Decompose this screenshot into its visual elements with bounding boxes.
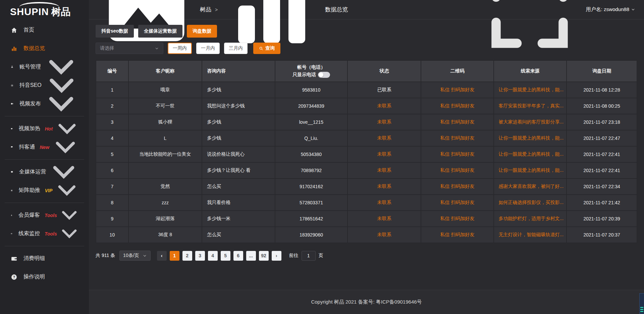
cell-account: Q_Liu. (275, 130, 347, 146)
sidebar-item-label: 首页 (23, 27, 34, 34)
gear-icon (11, 84, 13, 87)
lead-source-link[interactable]: 无主灯设计，智能磁吸轨道灯... (499, 232, 564, 237)
page-button-1[interactable]: 1 (170, 251, 179, 261)
lead-source-link[interactable]: 让你一眼就爱上的黑科技，能... (499, 167, 564, 173)
cell-account: 9583810 (275, 82, 347, 98)
qrcode-link[interactable]: 私信 扫码加好友 (440, 232, 475, 237)
lead-source-link[interactable]: 感谢大家喜欢我家，被问了好... (499, 184, 564, 189)
tab-douyin-seo-data[interactable]: 抖音seo数据 (96, 25, 134, 38)
table-row: 2不可一世我想问这个多少钱2097344839未联系私信 扫码加好友客厅安装投影… (96, 98, 637, 114)
sidebar-item-label: 操作说明 (23, 273, 45, 280)
qrcode-link[interactable]: 私信 扫码加好友 (440, 87, 475, 92)
breadcrumb-separator: > (215, 7, 218, 12)
phone-only-toggle[interactable] (318, 72, 330, 78)
filter-select[interactable]: 请选择 (96, 43, 163, 54)
goto-page-input[interactable] (302, 251, 316, 261)
breadcrumb-home[interactable]: 树品 (200, 6, 211, 13)
sidebar-item-instructions[interactable]: ? 操作说明 (0, 268, 89, 286)
lead-source-link[interactable]: 让你一眼就爱上的黑科技，能... (499, 87, 564, 92)
cell-nickname: 狐小狸 (128, 114, 202, 130)
status-badge: 未联系 (377, 135, 391, 141)
page-button-3[interactable]: 3 (195, 251, 205, 261)
status-badge: 未联系 (377, 103, 391, 108)
sidebar-item-label: 会员爆客 (18, 212, 40, 219)
lead-source-link[interactable]: 客厅安装投影半年多了，真实... (499, 103, 564, 108)
goto-suffix-label: 页 (319, 253, 323, 259)
sidebar-item-label: 矩阵助推 (19, 187, 40, 194)
sidebar-item-lead-monitor[interactable]: 线索监控 Tools (0, 224, 89, 243)
qrcode-link[interactable]: 私信 扫码加好友 (440, 103, 475, 108)
qrcode-link[interactable]: 私信 扫码加好友 (440, 119, 475, 124)
page-button-92[interactable]: 92 (259, 251, 269, 261)
sliders-icon (11, 233, 12, 234)
table-header-row: 编号 客户昵称 咨询内容 帐号（电话） 只显示电话 状态 二维码 (96, 60, 637, 82)
cell-nickname: 不可一世 (128, 98, 202, 114)
video-icon (11, 102, 13, 105)
lead-source-link[interactable]: 让你一眼就爱上的黑科技，能... (499, 135, 564, 141)
page-button-4[interactable]: 4 (208, 251, 218, 261)
cell-content: 怎么买 (202, 227, 275, 243)
lead-source-link[interactable]: 让你一眼就爱上的黑科技，能... (499, 151, 564, 157)
lead-source-link[interactable]: 如何正确选择投影仪，买投影... (499, 200, 564, 205)
sidebar-item-video-publish[interactable]: 视频发布 (0, 95, 89, 113)
lead-source-link[interactable]: 被大家追着问的客厅投影分享... (499, 119, 564, 124)
page-button-5[interactable]: 5 (221, 251, 230, 261)
next-page-button[interactable]: › (272, 251, 281, 261)
qrcode-link[interactable]: 私信 扫码加好友 (440, 216, 475, 221)
prev-page-button[interactable]: ‹ (157, 251, 167, 261)
chevron-down-icon (52, 176, 82, 205)
sidebar-item-douketong[interactable]: 抖客通 New (0, 138, 89, 156)
search-icon (259, 46, 263, 51)
page-size-select[interactable]: 10条/页 (119, 251, 150, 261)
status-badge: 未联系 (377, 184, 391, 189)
cell-content: 说说价格让我死心 (202, 146, 275, 162)
grid-icon (11, 190, 13, 192)
table-row: 3狐小狸多少钱love__1215未联系私信 扫码加好友被大家追着问的客厅投影分… (96, 114, 637, 130)
status-badge: 已联系 (377, 87, 391, 92)
range-week-button[interactable]: 一周内 (168, 43, 192, 54)
cell-date: 2021-11-07 20:39 (567, 211, 637, 227)
table-row: 1036度 8怎么买183929060未联系私信 扫码加好友无主灯设计，智能磁吸… (96, 227, 637, 243)
col-header-account: 帐号（电话） 只显示电话 (275, 60, 347, 82)
page-button-2[interactable]: 2 (182, 251, 192, 261)
screen-icon (11, 128, 13, 130)
table-row: 9湖起潮落多少钱一米178651642未联系私信 扫码加好友多功能护栏灯，适用于… (96, 211, 637, 227)
breadcrumb-current: 数据总览 (325, 6, 348, 13)
qrcode-link[interactable]: 私信 扫码加好友 (440, 184, 475, 189)
tabs-row: 抖音seo数据 全媒体运营数据 询盘数据 (96, 25, 637, 38)
tab-media-operation-data[interactable]: 全媒体运营数据 (138, 25, 182, 38)
cell-nickname: 哦章 (128, 82, 202, 98)
sidebar-item-label: 线索监控 (18, 230, 40, 237)
qrcode-link[interactable]: 私信 扫码加好友 (440, 167, 475, 173)
status-badge: 未联系 (377, 232, 391, 237)
tab-inquiry-data[interactable]: 询盘数据 (187, 25, 217, 38)
cell-content: 多少钱 (202, 82, 275, 98)
floating-widget[interactable] (639, 293, 644, 314)
chevron-down-icon (57, 221, 82, 246)
user-icon (11, 65, 13, 68)
account-header-label: 帐号（电话） (297, 64, 325, 70)
col-header-source: 线索来源 (494, 60, 567, 82)
qrcode-link[interactable]: 私信 扫码加好友 (440, 200, 475, 205)
qrcode-link[interactable]: 私信 扫码加好友 (440, 151, 475, 157)
lead-source-link[interactable]: 多功能护栏灯，适用于乡村文... (499, 216, 564, 221)
page-button-6[interactable]: 6 (233, 251, 243, 261)
cell-date: 2021-11-07 23:18 (567, 114, 637, 130)
inquiry-table: 编号 客户昵称 咨询内容 帐号（电话） 只显示电话 状态 二维码 (96, 60, 637, 243)
sidebar-item-home[interactable]: 首页 (0, 21, 89, 39)
range-month-button[interactable]: 一月内 (196, 43, 220, 54)
ellipsis-button[interactable]: ... (246, 251, 256, 261)
user-menu[interactable]: 用户名: zswodun88 (586, 6, 635, 13)
table-row: 1哦章多少钱9583810已联系私信 扫码加好友让你一眼就爱上的黑科技，能...… (96, 82, 637, 98)
qrcode-link[interactable]: 私信 扫码加好友 (440, 135, 475, 141)
sidebar-item-matrix-boost[interactable]: 矩阵助推 VIP (0, 181, 89, 200)
status-badge: 未联系 (377, 151, 391, 157)
cell-no: 4 (96, 130, 128, 146)
topbar: 树品 > 数据总览 用户名: zswodun88 (89, 0, 644, 19)
range-quarter-button[interactable]: 三月内 (224, 43, 248, 54)
page-size-value: 10条/页 (123, 253, 139, 259)
sidebar: SHUPIN树品 首页 数据总览 账号管理 抖音SEO 视频发布 视频加热 Ho… (0, 0, 89, 314)
sidebar-item-consumption-detail[interactable]: 消费明细 (0, 249, 89, 268)
logo-text-cn: 树品 (51, 6, 71, 17)
search-button[interactable]: 查询 (253, 43, 280, 54)
